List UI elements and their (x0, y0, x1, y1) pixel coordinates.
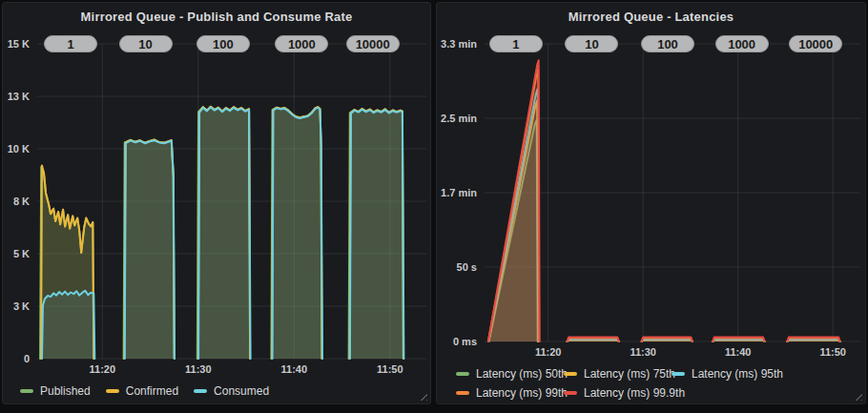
panel-title[interactable]: Mirrored Queue - Publish and Consume Rat… (3, 10, 430, 24)
series-area-consumed (198, 107, 251, 359)
latency-legend: Latency (ms) 50thLatency (ms) 75thLatenc… (456, 367, 779, 400)
x-axis-label: 11:30 (170, 363, 227, 376)
x-axis-label: 11:30 (614, 346, 672, 359)
y-axis-label: 1.7 min (437, 187, 477, 199)
legend-item-latency-ms-99th[interactable]: Latency (ms) 99th (456, 386, 564, 400)
y-axis-label: 5 K (3, 248, 30, 260)
legend-item-consumed[interactable]: Consumed (194, 384, 269, 398)
legend-label: Latency (ms) 95th (692, 367, 783, 381)
latency-chart-canvas[interactable] (485, 44, 860, 341)
x-axis-label: 11:20 (73, 363, 131, 376)
y-axis-label: 3.3 min (437, 38, 477, 51)
y-axis-label: 50 s (437, 261, 477, 274)
series-area-consumed (42, 291, 94, 359)
annotation-pill-10000[interactable]: 10000 (789, 35, 842, 52)
x-axis-label: 11:40 (265, 363, 322, 376)
y-axis-label: 0 ms (437, 336, 477, 348)
annotation-pill-10[interactable]: 10 (565, 35, 618, 52)
legend-label: Published (40, 384, 91, 398)
rate-chart-canvas[interactable] (37, 44, 426, 359)
legend-item-latency-ms-95th[interactable]: Latency (ms) 95th (672, 367, 779, 381)
legend-label: Latency (ms) 99.9th (584, 386, 685, 400)
legend-swatch-icon (20, 389, 33, 393)
annotation-pill-100[interactable]: 100 (641, 35, 694, 52)
legend-swatch-icon (456, 391, 469, 395)
legend-label: Latency (ms) 50th (476, 367, 568, 381)
y-axis-label: 13 K (3, 91, 30, 103)
y-axis-label: 3 K (3, 300, 30, 313)
legend-label: Latency (ms) 99th (476, 386, 568, 400)
annotation-pill-1000[interactable]: 1000 (275, 35, 328, 52)
legend-swatch-icon (672, 372, 685, 376)
panel-resize-handle[interactable] (418, 391, 427, 401)
legend-item-published[interactable]: Published (20, 384, 91, 398)
annotation-pill-1[interactable]: 1 (489, 35, 543, 52)
y-axis-label: 15 K (3, 38, 30, 51)
annotation-pill-100[interactable]: 100 (196, 35, 250, 52)
legend-swatch-icon (194, 389, 207, 393)
rate-legend: PublishedConfirmedConsumed (20, 384, 269, 398)
grafana-dashboard: Mirrored Queue - Publish and Consume Rat… (0, 0, 868, 413)
annotation-pill-1[interactable]: 1 (44, 35, 97, 52)
panel-resize-handle[interactable] (853, 391, 862, 401)
annotation-pill-1000[interactable]: 1000 (715, 35, 769, 52)
annotation-pill-10[interactable]: 10 (119, 35, 173, 52)
series-area-consumed (350, 110, 404, 359)
legend-swatch-icon (456, 372, 469, 376)
x-axis-label: 11:40 (710, 346, 767, 359)
series-area-consumed (273, 108, 323, 359)
rate-chart-plot[interactable] (37, 44, 426, 359)
panel-title[interactable]: Mirrored Queue - Latencies (437, 10, 865, 24)
series-area-consumed (125, 140, 175, 359)
panel-publish-consume-rate: Mirrored Queue - Publish and Consume Rat… (2, 2, 431, 404)
legend-item-latency-ms-75th[interactable]: Latency (ms) 75th (564, 367, 672, 381)
x-axis-label: 11:50 (362, 363, 419, 376)
y-axis-label: 8 K (3, 196, 30, 208)
x-axis-label: 11:50 (804, 346, 861, 359)
legend-label: Consumed (214, 384, 269, 398)
x-axis-label: 11:20 (520, 346, 577, 359)
latency-chart-plot[interactable] (485, 44, 860, 341)
annotation-pill-10000[interactable]: 10000 (346, 35, 400, 52)
legend-swatch-icon (106, 389, 119, 393)
y-axis-label: 2.5 min (437, 113, 477, 125)
panel-latencies: Mirrored Queue - Latencies Latency (ms) … (436, 2, 866, 404)
legend-swatch-icon (564, 391, 577, 395)
y-axis-label: 10 K (3, 143, 30, 155)
legend-item-latency-ms-99-9th[interactable]: Latency (ms) 99.9th (564, 386, 672, 400)
y-axis-label: 0 (3, 353, 30, 365)
legend-label: Latency (ms) 75th (584, 367, 675, 381)
legend-label: Confirmed (126, 384, 178, 398)
legend-item-confirmed[interactable]: Confirmed (106, 384, 178, 398)
legend-item-latency-ms-50th[interactable]: Latency (ms) 50th (456, 367, 564, 381)
legend-swatch-icon (564, 372, 577, 376)
